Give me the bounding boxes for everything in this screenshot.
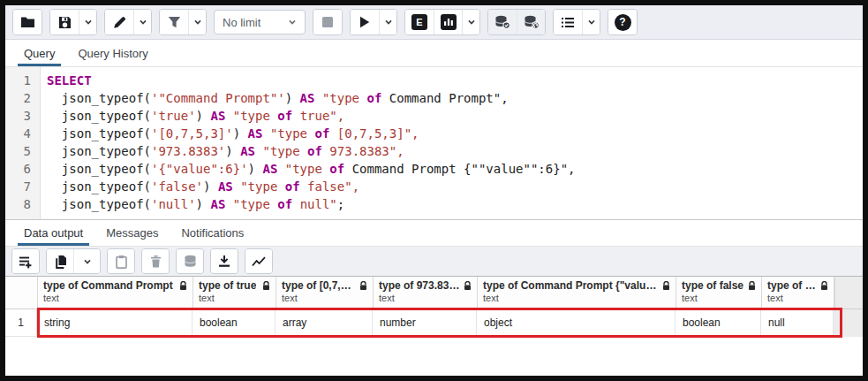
line-number: 2 — [5, 89, 31, 107]
column-header[interactable]: type of truetext — [193, 277, 276, 309]
line-number: 7 — [5, 178, 31, 195]
delete-row-button[interactable] — [142, 249, 169, 273]
copy-icon — [54, 255, 67, 269]
data-output-grid: type of Command Prompttexttype of truete… — [5, 276, 863, 337]
list-icon — [561, 17, 575, 28]
paste-button[interactable] — [108, 249, 134, 273]
sql-editor[interactable]: 12345678 SELECT json_typeof('"Command Pr… — [5, 67, 863, 219]
folder-icon — [20, 16, 35, 28]
filter-menu-button[interactable] — [188, 10, 206, 34]
editor-tab-bar: QueryQuery History — [5, 40, 863, 67]
code-line: json_typeof('false') AS "type of false", — [47, 178, 863, 195]
table-row: 1stringbooleanarraynumberobjectbooleannu… — [5, 309, 863, 337]
grid-header-row: type of Command Prompttexttype of truete… — [5, 276, 863, 309]
column-header[interactable]: type of Command Prompttext — [38, 277, 193, 309]
code-line: json_typeof('973.8383') AS "type of 973.… — [47, 142, 863, 160]
column-type: text — [483, 293, 670, 303]
copy-button[interactable] — [47, 249, 73, 273]
main-toolbar: No limitE? — [5, 5, 863, 40]
chevron-down-icon — [83, 257, 92, 266]
edit-menu-button[interactable] — [133, 10, 151, 34]
explain-menu-button[interactable] — [462, 10, 479, 34]
commit-button[interactable] — [488, 10, 517, 34]
table-cell[interactable]: object — [477, 309, 676, 337]
column-header[interactable]: type of nulltext — [762, 277, 834, 309]
explain-analyze-button[interactable] — [434, 10, 462, 34]
toolbar-group — [313, 9, 343, 35]
lock-icon — [820, 281, 828, 291]
table-cell[interactable]: string — [37, 309, 192, 337]
row-number[interactable]: 1 — [5, 309, 37, 337]
toolbar-group — [553, 9, 600, 35]
column-type: text — [767, 293, 828, 303]
lock-icon — [359, 281, 367, 291]
db-rollback-icon — [524, 15, 540, 29]
code-line: json_typeof('{"value":6}') AS "type of C… — [47, 160, 863, 178]
graph-visualiser-button[interactable] — [245, 249, 272, 273]
table-cell[interactable]: array — [275, 309, 373, 337]
macros-button[interactable] — [554, 10, 582, 34]
filter-button[interactable] — [160, 10, 188, 34]
row-limit-value: No limit — [223, 16, 260, 29]
table-cell[interactable]: boolean — [676, 309, 761, 337]
edit-button[interactable] — [105, 10, 133, 34]
column-label: type of [0,7,5,3] — [282, 279, 356, 292]
query-tool-window: No limitE? QueryQuery History 12345678 S… — [0, 0, 868, 381]
add-row-icon — [19, 255, 33, 269]
column-label: type of 973.8383 — [379, 279, 460, 292]
save-button[interactable] — [50, 10, 79, 34]
column-header[interactable]: type of Command Prompt {"value":6}text — [478, 277, 676, 309]
line-number: 4 — [5, 125, 31, 142]
rollback-button[interactable] — [517, 10, 545, 34]
row-limit-select[interactable]: No limit — [214, 10, 306, 34]
chevron-down-icon — [84, 18, 93, 27]
code-area[interactable]: SELECT json_typeof('"Command Prompt"') A… — [41, 67, 863, 219]
pencil-icon — [113, 16, 126, 29]
explain-button[interactable]: E — [405, 10, 434, 34]
save-data-changes-button[interactable] — [177, 249, 203, 273]
tab-data-output[interactable]: Data output — [12, 220, 94, 246]
column-type: text — [379, 293, 472, 303]
add-row-button[interactable] — [12, 249, 39, 273]
db-edit-icon — [184, 255, 197, 268]
table-cell[interactable]: null — [761, 309, 834, 337]
output-tab-bar: Data outputMessagesNotifications — [5, 219, 863, 247]
tab-query[interactable]: Query — [12, 40, 66, 66]
grid-header-filler — [834, 277, 863, 309]
execute-button[interactable] — [351, 10, 379, 34]
code-line: SELECT — [47, 72, 863, 89]
stop-button[interactable] — [313, 10, 342, 34]
toolbar-group — [159, 9, 207, 35]
column-header[interactable]: type of [0,7,5,3]text — [276, 277, 374, 309]
open-file-button[interactable] — [13, 10, 42, 34]
table-cell[interactable]: boolean — [192, 309, 275, 337]
save-menu-button[interactable] — [79, 10, 96, 34]
execute-menu-button[interactable] — [379, 10, 396, 34]
toolbar-group: ? — [608, 9, 638, 35]
tab-query-history[interactable]: Query History — [66, 40, 159, 66]
lock-icon — [262, 281, 270, 291]
table-cell[interactable]: number — [373, 309, 477, 337]
chevron-down-icon — [587, 18, 596, 27]
column-header[interactable]: type of 973.8383text — [374, 277, 478, 309]
toolbar-group — [210, 248, 238, 274]
toolbar-group — [104, 9, 152, 35]
toolbar-group — [141, 248, 170, 274]
chevron-down-icon — [467, 18, 476, 27]
db-commit-icon — [494, 15, 510, 29]
toolbar-group — [350, 9, 397, 35]
play-icon — [359, 16, 370, 28]
copy-menu-button[interactable] — [73, 249, 100, 273]
code-line: json_typeof('[0,7,5,3]') AS "type of [0,… — [47, 125, 863, 142]
tab-notifications[interactable]: Notifications — [170, 220, 255, 246]
chevron-down-icon — [193, 18, 202, 27]
help-button[interactable]: ? — [608, 10, 637, 34]
row-number-header[interactable] — [5, 277, 38, 309]
chevron-down-icon — [288, 18, 297, 27]
stop-icon — [322, 17, 333, 27]
column-header[interactable]: type of falsetext — [676, 277, 762, 309]
save-results-button[interactable] — [211, 249, 238, 273]
tab-messages[interactable]: Messages — [94, 220, 170, 246]
column-type: text — [282, 293, 367, 303]
macros-menu-button[interactable] — [582, 10, 600, 34]
